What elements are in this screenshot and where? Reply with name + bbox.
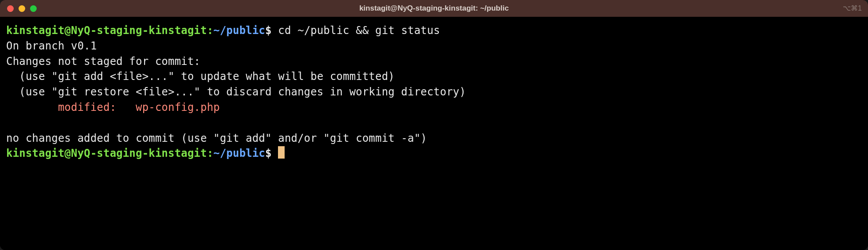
minimize-icon[interactable] <box>19 5 25 12</box>
output-line: no changes added to commit (use "git add… <box>6 132 427 144</box>
prompt-path: ~/public <box>213 24 265 37</box>
output-line: On branch v0.1 <box>6 40 97 52</box>
traffic-lights <box>7 5 37 12</box>
prompt-user-host: kinstagit@NyQ-staging-kinstagit <box>6 24 207 37</box>
prompt-separator: : <box>207 147 213 159</box>
titlebar: kinstagit@NyQ-staging-kinstagit: ~/publi… <box>0 0 868 17</box>
prompt-path: ~/public <box>213 147 265 159</box>
prompt-symbol: $ <box>265 147 272 159</box>
cursor-icon <box>278 146 285 159</box>
prompt-symbol: $ <box>265 24 272 37</box>
close-icon[interactable] <box>7 5 14 12</box>
output-line: Changes not staged for commit: <box>6 55 200 68</box>
terminal-body[interactable]: kinstagit@NyQ-staging-kinstagit:~/public… <box>0 17 868 250</box>
window-title: kinstagit@NyQ-staging-kinstagit: ~/publi… <box>359 3 509 14</box>
modified-file: modified: wp-config.php <box>58 101 220 114</box>
output-indent <box>6 101 58 114</box>
command-text: cd ~/public && git status <box>278 24 440 37</box>
prompt-separator: : <box>207 24 213 37</box>
window-shortcut: ⌥⌘1 <box>843 3 862 13</box>
maximize-icon[interactable] <box>30 5 37 12</box>
output-line: (use "git add <file>..." to update what … <box>6 70 395 83</box>
prompt-user-host: kinstagit@NyQ-staging-kinstagit <box>6 147 207 159</box>
terminal-window: kinstagit@NyQ-staging-kinstagit: ~/publi… <box>0 0 868 250</box>
output-line: (use "git restore <file>..." to discard … <box>6 86 466 98</box>
